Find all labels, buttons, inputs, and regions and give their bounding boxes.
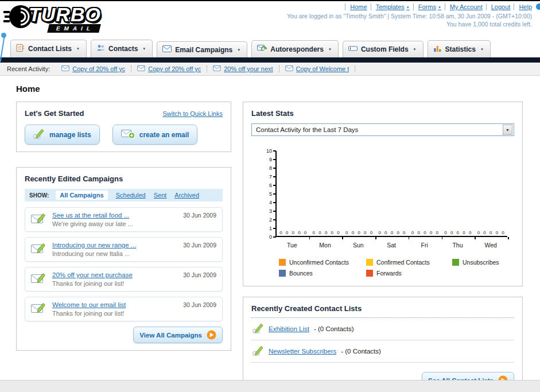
campaign-filter-link[interactable]: Sent xyxy=(154,192,167,199)
pencil-icon xyxy=(33,129,45,141)
switch-quick-links-link[interactable]: Switch to Quick Links xyxy=(162,110,223,117)
create-email-button[interactable]: create an email xyxy=(112,125,198,145)
tab-contacts[interactable]: Contacts xyxy=(91,40,153,57)
recent-activity-item[interactable]: Copy of Welcome tc xyxy=(279,65,355,72)
latest-stats-panel: Latest Stats Contact Activity for the La… xyxy=(243,102,523,286)
campaign-subtitle: Introducing our new Italia ... xyxy=(52,250,136,257)
top-nav-link[interactable]: Forms xyxy=(413,3,441,10)
campaign-filter-link[interactable]: Archived xyxy=(174,192,199,199)
campaign-title-link[interactable]: Welcome to our email list xyxy=(52,301,126,308)
campaign-subtitle: Thanks for joining our list! xyxy=(52,280,133,287)
view-all-campaigns-button[interactable]: View All Campaigns xyxy=(133,327,223,343)
bar-value-labels: 0 0 0 0 0 xyxy=(309,230,342,235)
campaign-title-link[interactable]: See us at the retail food ... xyxy=(52,212,133,219)
recent-activity-link[interactable]: Copy of 20% off yc xyxy=(72,65,125,72)
recent-activity-link[interactable]: 20% off your next xyxy=(224,65,273,72)
envelope-pencil-icon xyxy=(31,301,46,316)
bar-value-labels: 0 0 0 0 0 xyxy=(277,230,309,235)
recent-activity-link[interactable]: Copy of Welcome tc xyxy=(296,65,349,72)
form-field-icon xyxy=(348,45,358,54)
legend-swatch xyxy=(366,259,373,266)
legend-label: Unsubscribes xyxy=(463,259,499,266)
contact-list-item[interactable]: Newsletter Subscribers - (0 Contacts) xyxy=(251,340,514,363)
recent-activity-item[interactable]: Copy of 20% off yc xyxy=(131,65,207,72)
recent-activity-item[interactable]: 20% off your next xyxy=(207,65,279,72)
x-axis-label: Sun xyxy=(341,242,375,249)
bar-value-labels: 0 0 0 0 0 xyxy=(441,230,474,235)
y-axis-tick-label: 10 xyxy=(258,148,272,154)
legend-label: Unconfirmed Contacts xyxy=(289,259,349,266)
y-axis-tick-label: 1 xyxy=(258,226,272,231)
y-axis-tick-label: 9 xyxy=(258,157,272,162)
campaigns-title: Recently Edited Campaigns xyxy=(25,174,223,183)
envelope-pencil-icon xyxy=(31,242,46,256)
create-email-label: create an email xyxy=(139,131,189,139)
legend-swatch xyxy=(366,270,373,277)
campaign-list-item[interactable]: See us at the retail food ... We're givi… xyxy=(25,207,223,232)
campaign-title-link[interactable]: Introducing our new range ... xyxy=(52,242,136,249)
envelope-icon xyxy=(61,65,69,72)
stats-period-dropdown[interactable]: Contact Activity for the Last 7 Days ▼ xyxy=(251,123,514,136)
top-nav-link[interactable]: Help xyxy=(514,3,532,10)
contact-list-count: - (0 Contacts) xyxy=(341,348,381,355)
y-axis-tick-label: 8 xyxy=(258,165,272,171)
tab-label: Statistics xyxy=(445,45,476,53)
manage-lists-label: manage lists xyxy=(49,131,91,139)
logo-primary-text: TURBO xyxy=(29,3,101,26)
y-axis-tick-label: 5 xyxy=(258,191,272,197)
campaign-filter-link[interactable]: All Campaigns xyxy=(56,191,107,200)
header: TURBO EMAIL Home Templates Forms My Acco… xyxy=(0,1,540,37)
recent-activity-item[interactable]: Copy of 20% off yc xyxy=(56,65,131,72)
orange-arrow-icon xyxy=(207,330,216,340)
envelope-icon xyxy=(137,65,145,72)
latest-stats-title: Latest Stats xyxy=(251,109,514,118)
contact-list-item[interactable]: Exhibition List - (0 Contacts) xyxy=(251,318,514,340)
tab-custom-fields[interactable]: Custom Fields xyxy=(343,41,424,57)
x-axis-label: Mon xyxy=(309,242,342,249)
top-nav-link[interactable]: My Account xyxy=(445,3,483,10)
y-axis-tick-label: 4 xyxy=(258,200,272,205)
recent-activity-link[interactable]: Copy of 20% off yc xyxy=(148,65,201,72)
turbo-email-logo: TURBO EMAIL xyxy=(3,2,153,36)
legend-swatch xyxy=(279,259,286,266)
campaign-title-link[interactable]: 20% off your next purchase xyxy=(52,271,133,278)
main-content: Home Let's Get Started Switch to Quick L… xyxy=(0,76,540,392)
corner-dot-decoration xyxy=(536,3,540,10)
legend-item: Unconfirmed Contacts xyxy=(279,259,366,266)
top-nav-link[interactable]: Home xyxy=(345,3,367,10)
envelope-icon xyxy=(162,45,172,54)
top-nav-link[interactable]: Templates xyxy=(371,3,410,10)
legend-label: Forwards xyxy=(376,270,402,277)
logo-secondary-text: EMAIL xyxy=(47,24,101,33)
campaign-list-item[interactable]: 20% off your next purchase Thanks for jo… xyxy=(25,267,223,292)
x-axis-label: Wed xyxy=(474,242,507,249)
top-nav-link[interactable]: Logout xyxy=(486,3,511,10)
x-axis-label: Sat xyxy=(375,242,408,249)
contact-list-link[interactable]: Exhibition List xyxy=(269,325,309,332)
contacts-icon xyxy=(96,44,105,54)
tab-email-campaigns[interactable]: Email Campaigns xyxy=(157,41,247,57)
pencil-icon xyxy=(252,346,264,357)
tab-contact-lists[interactable]: Contact Lists xyxy=(10,40,87,57)
manage-lists-button[interactable]: manage lists xyxy=(25,125,100,145)
tab-statistics[interactable]: Statistics xyxy=(428,40,491,57)
envelope-plus-icon xyxy=(121,129,135,141)
recently-created-contact-lists-panel: Recently Created Contact Lists Exhibitio… xyxy=(243,297,523,392)
campaign-filter-link[interactable]: Scheduled xyxy=(116,192,146,199)
get-started-title: Let's Get Started xyxy=(25,109,84,118)
campaign-date: 30 Jun 2009 xyxy=(183,212,216,219)
campaign-list-item[interactable]: Introducing our new range ... Introducin… xyxy=(25,237,223,262)
tab-autoresponders[interactable]: Autoresponders xyxy=(251,40,339,57)
chart-legend: Unconfirmed ContactsConfirmed ContactsUn… xyxy=(279,259,511,277)
campaign-list-item[interactable]: Welcome to our email list Thanks for joi… xyxy=(25,297,223,321)
contact-list-items: Exhibition List - (0 Contacts) Newslette… xyxy=(251,318,514,363)
chart-x-labels: TueMonSunSatFriThuWed xyxy=(275,237,507,249)
recent-activity-label: Recent Activity: xyxy=(7,65,50,72)
legend-label: Confirmed Contacts xyxy=(376,259,430,266)
page-title: Home xyxy=(16,84,523,94)
tab-label: Autoresponders xyxy=(270,45,324,53)
nav-divider-bar xyxy=(0,57,540,63)
bar-chart-icon xyxy=(433,44,442,54)
contact-list-link[interactable]: Newsletter Subscribers xyxy=(269,348,336,355)
header-right: Home Templates Forms My Account Logout H… xyxy=(287,3,532,28)
